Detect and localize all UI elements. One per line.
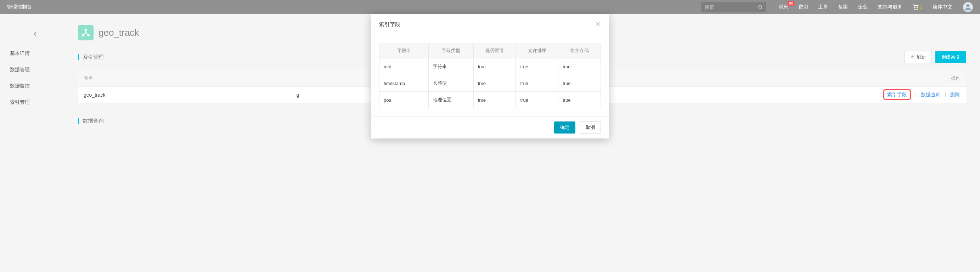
- field-cell-stored: true: [558, 59, 601, 75]
- svg-point-4: [966, 4, 969, 8]
- search-input[interactable]: [701, 2, 754, 13]
- nav-enterprise[interactable]: 企业: [858, 4, 868, 10]
- mth-sortable: 允许排序: [516, 43, 558, 59]
- sidebar-item-label: 基本详情: [10, 50, 30, 56]
- field-cell-indexed: true: [473, 92, 516, 108]
- sidebar-item-label: 数据管理: [10, 67, 30, 72]
- nav-billing[interactable]: 费用: [798, 4, 808, 10]
- nav-cart[interactable]: 1: [912, 4, 923, 10]
- action-delete[interactable]: 删除: [950, 92, 960, 97]
- field-row: pos地理位置truetruetrue: [379, 92, 601, 108]
- field-row: mId字符串truetruetrue: [379, 59, 601, 75]
- field-row: timestamp长整型truetruetrue: [379, 75, 601, 92]
- field-cell-name: timestamp: [379, 75, 429, 92]
- nav-filing[interactable]: 备案: [838, 4, 848, 10]
- modal-header: 索引字段: [371, 14, 609, 35]
- avatar-icon: [964, 3, 972, 11]
- modal-confirm-button[interactable]: 确定: [554, 121, 575, 124]
- page-title: geo_track: [99, 27, 139, 38]
- search-box: [701, 2, 766, 13]
- svg-point-3: [917, 9, 918, 10]
- field-cell-stored: true: [558, 75, 601, 92]
- field-cell-indexed: true: [473, 75, 516, 92]
- mth-indexed: 是否索引: [473, 43, 516, 59]
- cell-table-name: geo_track: [78, 87, 291, 103]
- nav-support[interactable]: 支持与服务: [878, 4, 902, 10]
- action-data-query[interactable]: 数据查询: [921, 92, 941, 97]
- svg-line-1: [761, 8, 762, 9]
- svg-point-2: [915, 9, 916, 10]
- action-index-fields[interactable]: 索引字段: [883, 89, 911, 100]
- field-cell-type: 地理位置: [429, 92, 473, 108]
- create-index-button[interactable]: 创建索引: [935, 51, 966, 63]
- sidebar-back[interactable]: [0, 28, 71, 45]
- cart-count: 1: [920, 4, 923, 10]
- nav-messages[interactable]: 消息 88: [778, 4, 788, 10]
- sidebar-item-label: 数据监控: [10, 83, 30, 89]
- field-cell-sortable: true: [516, 59, 558, 75]
- modal-close-button[interactable]: [595, 20, 601, 29]
- fields-table: 字段名 字段类型 是否索引 允许排序 附加存储 mId字符串truetruetr…: [379, 43, 601, 108]
- field-cell-indexed: true: [473, 59, 516, 75]
- field-cell-sortable: true: [516, 75, 558, 92]
- tree-icon: [81, 28, 90, 37]
- sidebar-item-basic[interactable]: 基本详情: [0, 45, 71, 62]
- field-cell-stored: true: [558, 92, 601, 108]
- sidebar-item-data-mgmt[interactable]: 数据管理: [0, 62, 71, 78]
- mth-field-name: 字段名: [379, 43, 429, 59]
- refresh-button[interactable]: 刷新: [904, 51, 932, 63]
- th-table-name: 表名: [78, 70, 291, 87]
- action-separator: |: [915, 92, 916, 97]
- nav-tickets[interactable]: 工单: [818, 4, 828, 10]
- refresh-label: 刷新: [916, 54, 926, 60]
- section-marker: [78, 118, 79, 124]
- action-separator: |: [945, 92, 946, 97]
- field-cell-sortable: true: [516, 92, 558, 108]
- sidebar-item-label: 索引管理: [10, 99, 30, 105]
- nav-language[interactable]: 简体中文: [932, 4, 952, 10]
- mth-stored: 附加存储: [558, 43, 601, 59]
- modal-title: 索引字段: [379, 21, 400, 28]
- modal-body: 字段名 字段类型 是否索引 允许排序 附加存储 mId字符串truetruetr…: [371, 35, 609, 116]
- field-cell-name: pos: [379, 92, 429, 108]
- modal-cancel-button[interactable]: 取消: [580, 121, 601, 124]
- field-cell-name: mId: [379, 59, 429, 75]
- search-icon: [758, 5, 763, 10]
- field-cell-type: 长整型: [429, 75, 473, 92]
- section-marker: [78, 54, 79, 60]
- console-title: 管理控制台: [7, 4, 32, 10]
- create-index-label: 创建索引: [941, 54, 960, 60]
- chevron-left-icon: [33, 31, 38, 37]
- svg-point-5: [85, 29, 87, 31]
- sidebar-item-index-mgmt[interactable]: 索引管理: [0, 94, 71, 110]
- section-title: 数据查询: [83, 118, 104, 124]
- field-cell-type: 字符串: [429, 59, 473, 75]
- sidebar: 基本详情 数据管理 数据监控 索引管理: [0, 14, 71, 124]
- page-icon: [78, 25, 94, 40]
- messages-badge: 88: [787, 1, 795, 6]
- avatar[interactable]: [963, 2, 973, 12]
- th-truncated: [291, 70, 382, 87]
- mth-field-type: 字段类型: [429, 43, 473, 59]
- top-bar: 管理控制台 消息 88 费用 工单 备案 企业 支持与服务 1 简体中文: [0, 0, 980, 14]
- cell-truncated: g: [291, 87, 382, 103]
- sidebar-item-data-monitor[interactable]: 数据监控: [0, 78, 71, 94]
- svg-point-0: [759, 5, 762, 8]
- search-button[interactable]: [754, 2, 766, 13]
- section-title: 索引管理: [83, 54, 104, 60]
- close-icon: [595, 21, 601, 27]
- nav-messages-label: 消息: [778, 4, 788, 10]
- cart-icon: [912, 4, 919, 10]
- refresh-icon: [910, 55, 915, 59]
- modal-footer: 确定 取消: [371, 116, 609, 124]
- index-fields-modal: 索引字段 字段名 字段类型 是否索引 允许排序 附加存储 mId字符串truet…: [371, 14, 609, 124]
